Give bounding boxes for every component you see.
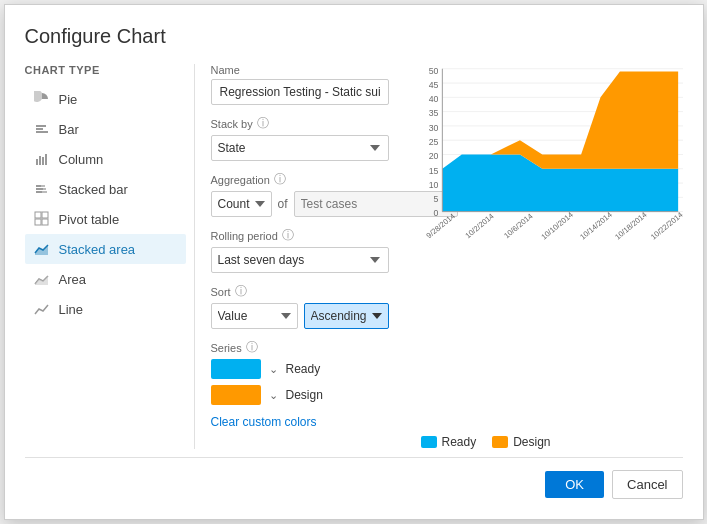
sidebar-item-stacked-area[interactable]: Stacked area xyxy=(25,234,186,264)
sort-label: Sort ⓘ xyxy=(211,283,389,300)
chart-preview: 50 45 40 35 30 25 20 15 10 5 0 xyxy=(421,64,683,431)
svg-text:10/18/2014: 10/18/2014 xyxy=(613,210,649,242)
sort-row: Value Ascending xyxy=(211,303,389,329)
series-chevron-design[interactable]: ⌄ xyxy=(269,389,278,402)
aggregation-select[interactable]: Count xyxy=(211,191,272,217)
series-name-ready: Ready xyxy=(286,362,321,376)
dialog-body: Chart Type Pie xyxy=(25,64,683,449)
svg-rect-1 xyxy=(36,128,43,130)
sidebar-item-label-line: Line xyxy=(59,302,84,317)
sort-select[interactable]: Value xyxy=(211,303,298,329)
aggregation-group: Aggregation ⓘ Count of xyxy=(211,171,389,217)
chart-svg: 50 45 40 35 30 25 20 15 10 5 0 xyxy=(421,64,683,264)
svg-text:10/22/2014: 10/22/2014 xyxy=(649,210,683,242)
svg-rect-14 xyxy=(42,212,48,218)
svg-rect-12 xyxy=(42,191,47,193)
sidebar-item-line[interactable]: Line xyxy=(25,294,186,324)
svg-text:10/2/2014: 10/2/2014 xyxy=(463,211,496,240)
legend-item-design: Design xyxy=(492,435,550,449)
sidebar-item-pivot-table[interactable]: Pivot table xyxy=(25,204,186,234)
svg-rect-7 xyxy=(36,185,41,187)
cancel-button[interactable]: Cancel xyxy=(612,470,682,499)
stack-by-group: Stack by ⓘ State xyxy=(211,115,389,161)
svg-text:50: 50 xyxy=(428,66,438,76)
svg-rect-0 xyxy=(36,125,46,127)
legend-swatch-design xyxy=(492,436,508,448)
rolling-period-info-icon[interactable]: ⓘ xyxy=(282,227,294,244)
series-item-design: ⌄ Design xyxy=(211,385,389,405)
line-icon xyxy=(33,300,51,318)
stack-by-label: Stack by ⓘ xyxy=(211,115,389,132)
name-input[interactable] xyxy=(211,79,389,105)
chart-preview-panel: 50 45 40 35 30 25 20 15 10 5 0 xyxy=(405,64,683,449)
chart-legend: Ready Design xyxy=(421,435,683,449)
sidebar-item-pie[interactable]: Pie xyxy=(25,84,186,114)
svg-text:45: 45 xyxy=(428,80,438,90)
series-section: Series ⓘ ⌄ Ready ⌄ Design Clear custom c… xyxy=(211,339,389,429)
svg-rect-4 xyxy=(39,156,41,165)
svg-rect-9 xyxy=(36,188,43,190)
svg-text:25: 25 xyxy=(428,137,438,147)
stacked-area-icon xyxy=(33,240,51,258)
sort-info-icon[interactable]: ⓘ xyxy=(235,283,247,300)
sidebar-item-label-column: Column xyxy=(59,152,104,167)
clear-custom-colors-link[interactable]: Clear custom colors xyxy=(211,415,317,429)
rolling-period-select[interactable]: Last seven days xyxy=(211,247,389,273)
of-label: of xyxy=(278,197,288,211)
svg-rect-16 xyxy=(42,219,48,225)
svg-rect-10 xyxy=(43,188,46,190)
svg-text:35: 35 xyxy=(428,108,438,118)
aggregation-row: Count of xyxy=(211,191,389,217)
dialog-title: Configure Chart xyxy=(25,25,683,48)
area-icon xyxy=(33,270,51,288)
design-area xyxy=(442,72,678,169)
svg-rect-15 xyxy=(35,219,41,225)
svg-text:9/28/2014: 9/28/2014 xyxy=(424,211,457,240)
svg-text:20: 20 xyxy=(428,151,438,161)
svg-rect-2 xyxy=(36,131,48,133)
sidebar-item-stacked-bar[interactable]: Stacked bar xyxy=(25,174,186,204)
sidebar-item-label-stacked-bar: Stacked bar xyxy=(59,182,128,197)
stack-by-info-icon[interactable]: ⓘ xyxy=(257,115,269,132)
aggregation-label: Aggregation ⓘ xyxy=(211,171,389,188)
svg-text:15: 15 xyxy=(428,166,438,176)
sidebar-item-column[interactable]: Column xyxy=(25,144,186,174)
ok-button[interactable]: OK xyxy=(545,471,604,498)
svg-rect-11 xyxy=(36,191,42,193)
series-color-swatch-design[interactable] xyxy=(211,385,261,405)
sidebar-item-label-pivot-table: Pivot table xyxy=(59,212,120,227)
series-item-ready: ⌄ Ready xyxy=(211,359,389,379)
stack-by-select[interactable]: State xyxy=(211,135,389,161)
pie-icon xyxy=(33,90,51,108)
sort-order-select[interactable]: Ascending xyxy=(304,303,389,329)
sidebar-item-label-pie: Pie xyxy=(59,92,78,107)
sidebar-item-label-area: Area xyxy=(59,272,86,287)
svg-rect-13 xyxy=(35,212,41,218)
svg-text:5: 5 xyxy=(433,194,438,204)
bar-icon xyxy=(33,120,51,138)
stacked-bar-icon xyxy=(33,180,51,198)
configure-chart-dialog: Configure Chart Chart Type Pie xyxy=(4,4,704,520)
sidebar-item-label-stacked-area: Stacked area xyxy=(59,242,136,257)
series-info-icon[interactable]: ⓘ xyxy=(246,339,258,356)
svg-text:10/14/2014: 10/14/2014 xyxy=(578,210,614,242)
svg-text:10: 10 xyxy=(428,180,438,190)
dialog-footer: OK Cancel xyxy=(25,457,683,499)
svg-text:0: 0 xyxy=(433,208,438,218)
aggregation-info-icon[interactable]: ⓘ xyxy=(274,171,286,188)
series-label: Series ⓘ xyxy=(211,339,389,356)
sidebar-item-bar[interactable]: Bar xyxy=(25,114,186,144)
name-label: Name xyxy=(211,64,389,76)
rolling-period-label: Rolling period ⓘ xyxy=(211,227,389,244)
series-name-design: Design xyxy=(286,388,323,402)
svg-rect-8 xyxy=(41,185,45,187)
legend-label-ready: Ready xyxy=(442,435,477,449)
pivot-table-icon xyxy=(33,210,51,228)
sidebar-item-label-bar: Bar xyxy=(59,122,79,137)
sidebar-item-area[interactable]: Area xyxy=(25,264,186,294)
series-chevron-ready[interactable]: ⌄ xyxy=(269,363,278,376)
chart-type-label: Chart Type xyxy=(25,64,186,76)
series-color-swatch-ready[interactable] xyxy=(211,359,261,379)
legend-label-design: Design xyxy=(513,435,550,449)
rolling-period-group: Rolling period ⓘ Last seven days xyxy=(211,227,389,273)
